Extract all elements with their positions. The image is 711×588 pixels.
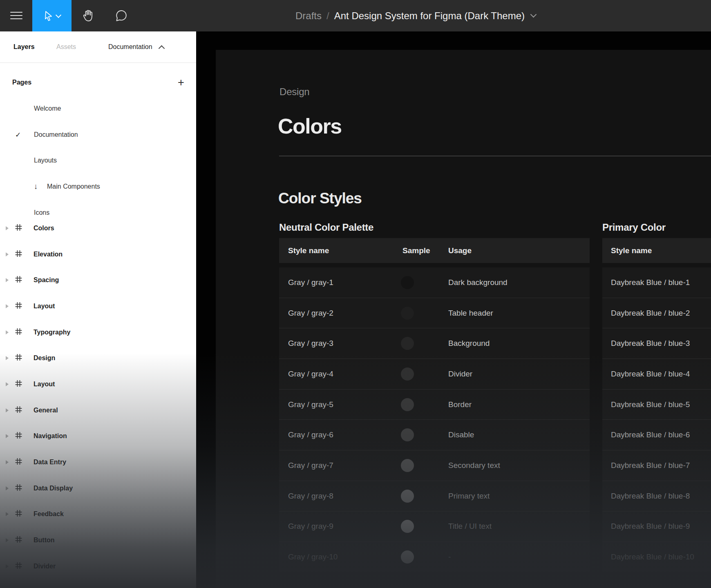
usage-text: Primary text	[448, 492, 490, 501]
usage-text: Disable	[448, 430, 474, 439]
frame-icon	[15, 458, 22, 467]
disclosure-triangle-icon[interactable]	[6, 538, 9, 542]
color-sample-swatch	[401, 550, 414, 564]
column-header-usage: Usage	[448, 246, 472, 255]
page-selector-label: Documentation	[108, 43, 152, 51]
disclosure-triangle-icon[interactable]	[6, 356, 9, 360]
color-sample-swatch	[401, 490, 414, 503]
style-name: Daybreak Blue / blue-4	[611, 370, 690, 379]
page-item[interactable]: ✓ Documentation	[0, 122, 196, 148]
layer-label: Button	[34, 537, 55, 544]
layer-row[interactable]: Design	[0, 345, 196, 371]
cursor-icon	[44, 11, 54, 21]
disclosure-triangle-icon[interactable]	[6, 330, 9, 334]
disclosure-triangle-icon[interactable]	[6, 434, 9, 438]
page-selector[interactable]: Documentation	[108, 31, 164, 62]
layer-row[interactable]: Divider	[0, 553, 196, 579]
primary-table-header: Style name	[602, 238, 711, 263]
layer-row[interactable]: Button	[0, 527, 196, 553]
page-item[interactable]: Layouts	[0, 147, 196, 174]
frame-icon	[15, 223, 22, 233]
layer-label: Data Display	[34, 485, 73, 492]
breadcrumb-location[interactable]: Drafts	[295, 10, 322, 22]
layer-row[interactable]: Colors	[0, 215, 196, 241]
layer-row[interactable]: Layout	[0, 293, 196, 319]
layer-row[interactable]: Spacing	[0, 267, 196, 293]
page-item-label: Welcome	[34, 105, 61, 112]
primary-table-body: Daybreak Blue / blue-1 Daybreak Blue / b…	[602, 267, 711, 572]
layer-label: Data Entry	[34, 459, 66, 466]
tab-layers[interactable]: Layers	[13, 31, 35, 62]
style-name: Daybreak Blue / blue-1	[611, 278, 690, 287]
layer-row[interactable]: Elevation	[0, 241, 196, 267]
table-row: Daybreak Blue / blue-4	[602, 359, 711, 389]
frame-icon	[15, 301, 22, 311]
chevron-down-icon[interactable]	[530, 11, 537, 18]
disclosure-triangle-icon[interactable]	[6, 382, 9, 386]
design-frame[interactable]: Design Colors Color Styles Neutral Color…	[216, 50, 711, 588]
table-row: Daybreak Blue / blue-6	[602, 419, 711, 450]
table-row: Gray / gray-6 Disable	[279, 419, 590, 450]
panel-tabs: Layers Assets Documentation	[0, 31, 196, 63]
color-sample-swatch	[401, 276, 414, 289]
layer-row[interactable]: Data Display	[0, 475, 196, 501]
style-name: Gray / gray-10	[288, 552, 338, 561]
move-tool-button[interactable]	[32, 0, 72, 31]
chevron-up-icon	[158, 45, 165, 51]
disclosure-triangle-icon[interactable]	[6, 304, 9, 308]
comment-tool-button[interactable]	[110, 0, 133, 31]
style-name: Gray / gray-5	[288, 400, 333, 409]
hand-tool-button[interactable]	[78, 0, 99, 31]
file-title[interactable]: Ant Design System for Figma (Dark Theme)	[334, 10, 525, 22]
breadcrumb[interactable]: Drafts / Ant Design System for Figma (Da…	[295, 0, 536, 31]
disclosure-triangle-icon[interactable]	[6, 408, 9, 412]
disclosure-triangle-icon[interactable]	[6, 512, 9, 516]
disclosure-triangle-icon[interactable]	[6, 460, 9, 464]
table-row: Daybreak Blue / blue-1	[602, 267, 711, 298]
disclosure-triangle-icon[interactable]	[6, 564, 9, 568]
layer-row[interactable]: Data Entry	[0, 449, 196, 475]
neutral-table-body: Gray / gray-1 Dark background Gray / gra…	[279, 267, 590, 572]
disclosure-triangle-icon[interactable]	[6, 226, 9, 230]
page-item-label: Documentation	[34, 131, 78, 138]
primary-palette-heading: Primary Color	[602, 222, 666, 233]
disclosure-triangle-icon[interactable]	[6, 278, 9, 282]
add-page-button[interactable]: +	[175, 73, 187, 92]
table-row: Daybreak Blue / blue-3	[602, 328, 711, 359]
page-marker-icon: ✓	[15, 130, 21, 139]
table-row: Gray / gray-3 Background	[279, 328, 590, 359]
layer-row[interactable]: Feedback	[0, 501, 196, 528]
frame-icon	[15, 354, 22, 363]
page-item[interactable]: Icons	[0, 200, 196, 215]
left-panel: Layers Assets Documentation Pages + Welc…	[0, 31, 196, 588]
layer-row[interactable]: General	[0, 397, 196, 423]
layer-row[interactable]: Layout	[0, 371, 196, 397]
layer-row[interactable]: Typography	[0, 319, 196, 345]
toolbar: Drafts / Ant Design System for Figma (Da…	[0, 0, 711, 31]
column-header-style-name: Style name	[611, 246, 652, 255]
column-header-style-name: Style name	[288, 246, 329, 255]
layer-label: Spacing	[34, 276, 59, 284]
tab-assets[interactable]: Assets	[56, 31, 76, 62]
disclosure-triangle-icon[interactable]	[6, 252, 9, 256]
layer-row[interactable]: Navigation	[0, 423, 196, 450]
comment-bubble-icon	[115, 9, 128, 22]
page-marker-icon: ↓	[34, 182, 38, 191]
column-header-sample: Sample	[402, 246, 430, 255]
page-item[interactable]: ↓ Main Components	[0, 174, 196, 200]
page-item[interactable]: Welcome	[0, 96, 196, 122]
main-menu-button[interactable]	[0, 0, 32, 31]
canvas[interactable]: Design Colors Color Styles Neutral Color…	[196, 31, 711, 588]
style-name: Daybreak Blue / blue-10	[611, 552, 694, 561]
frame-icon	[15, 249, 22, 259]
style-name: Gray / gray-1	[288, 278, 333, 287]
style-name: Gray / gray-3	[288, 339, 333, 348]
table-row: Gray / gray-4 Divider	[279, 359, 590, 389]
style-name: Daybreak Blue / blue-3	[611, 339, 690, 348]
layer-label: Typography	[34, 329, 70, 336]
layer-label: Divider	[34, 563, 56, 570]
pages-list: Welcome ✓ Documentation Layouts ↓ Main C…	[0, 96, 196, 215]
neutral-table-header: Style name Sample Usage	[279, 238, 590, 263]
disclosure-triangle-icon[interactable]	[6, 486, 9, 490]
usage-text: Dark background	[448, 278, 508, 287]
